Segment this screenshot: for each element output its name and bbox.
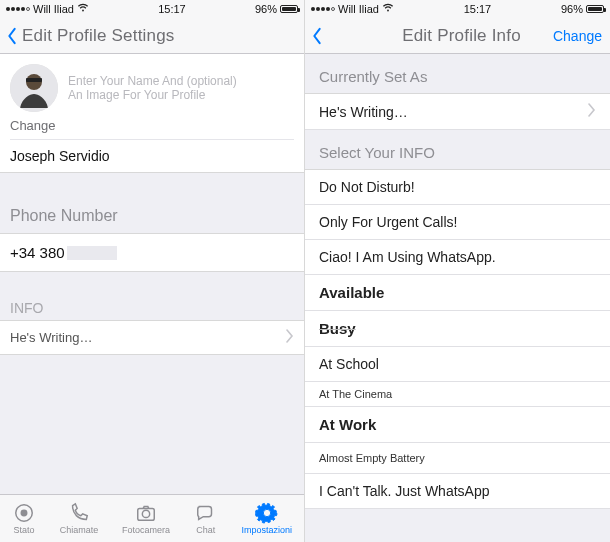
chat-icon bbox=[194, 502, 218, 524]
change-button[interactable]: Change bbox=[553, 28, 602, 44]
phone-icon bbox=[67, 502, 91, 524]
signal-icon bbox=[6, 7, 30, 11]
info-option[interactable]: Available bbox=[305, 275, 610, 311]
gear-icon bbox=[255, 502, 279, 524]
info-section-label: INFO bbox=[0, 296, 304, 320]
carrier-label: Will Iliad bbox=[33, 3, 74, 15]
info-option[interactable]: At The Cinema bbox=[305, 382, 610, 407]
svg-point-6 bbox=[142, 510, 149, 517]
phone-section-label: Phone Number bbox=[0, 197, 304, 233]
tab-chat[interactable]: Chat bbox=[194, 502, 218, 535]
name-field[interactable]: Joseph Servidio bbox=[10, 139, 294, 164]
info-option[interactable]: At School bbox=[305, 347, 610, 382]
profile-block: Enter Your Name And (optional) An Image … bbox=[0, 54, 304, 173]
battery-icon bbox=[280, 5, 298, 13]
info-option[interactable]: Ciao! I Am Using WhatsApp. bbox=[305, 240, 610, 275]
info-option[interactable]: At Work bbox=[305, 407, 610, 443]
phone-value: +34 380 bbox=[10, 244, 65, 261]
info-option[interactable]: Busy bbox=[305, 311, 610, 347]
status-icon bbox=[12, 502, 36, 524]
tab-stato[interactable]: Stato bbox=[12, 502, 36, 535]
profile-placeholder: Enter Your Name And (optional) An Image … bbox=[68, 74, 237, 102]
info-option[interactable]: I Can't Talk. Just WhatsApp bbox=[305, 474, 610, 509]
signal-icon bbox=[311, 7, 335, 11]
status-bar: Will Iliad 15:17 96% bbox=[0, 0, 304, 18]
nav-title: Edit Profile Settings bbox=[22, 26, 175, 46]
chevron-right-icon bbox=[588, 103, 596, 120]
status-bar: Will Iliad 15:17 96% bbox=[305, 0, 610, 18]
camera-icon bbox=[134, 502, 158, 524]
battery-icon bbox=[586, 5, 604, 13]
navbar: Edit Profile Info Change bbox=[305, 18, 610, 54]
change-photo-link[interactable]: Change bbox=[10, 118, 294, 133]
time-label: 15:17 bbox=[464, 3, 492, 15]
tab-fotocamera[interactable]: Fotocamera bbox=[122, 502, 170, 535]
right-screen: Will Iliad 15:17 96% Edit Profile Info C… bbox=[305, 0, 610, 542]
current-info-row[interactable]: He's Writing… bbox=[305, 94, 610, 130]
svg-rect-2 bbox=[26, 78, 42, 82]
svg-point-4 bbox=[21, 510, 27, 516]
carrier-label: Will Iliad bbox=[338, 3, 379, 15]
select-header: Select Your INFO bbox=[305, 130, 610, 170]
tab-chiamate[interactable]: Chiamate bbox=[60, 502, 99, 535]
chevron-left-icon bbox=[6, 27, 18, 45]
tab-impostazioni[interactable]: Impostazioni bbox=[242, 502, 293, 535]
tab-bar: Stato Chiamate Fotocamera Chat Impostazi… bbox=[0, 494, 304, 542]
phone-redacted bbox=[67, 246, 117, 260]
avatar[interactable] bbox=[10, 64, 58, 112]
chevron-right-icon bbox=[286, 329, 294, 346]
back-button[interactable] bbox=[6, 27, 18, 45]
battery-percent: 96% bbox=[255, 3, 277, 15]
back-button[interactable] bbox=[311, 27, 323, 45]
info-option[interactable]: Almost Empty Battery bbox=[305, 443, 610, 474]
time-label: 15:17 bbox=[158, 3, 186, 15]
wifi-icon bbox=[382, 3, 394, 15]
wifi-icon bbox=[77, 3, 89, 15]
nav-title: Edit Profile Info bbox=[402, 26, 521, 46]
chevron-left-icon bbox=[311, 27, 323, 45]
info-row[interactable]: He's Writing… bbox=[0, 320, 304, 355]
left-screen: Will Iliad 15:17 96% Edit Profile Settin… bbox=[0, 0, 305, 542]
info-option[interactable]: Only For Urgent Calls! bbox=[305, 205, 610, 240]
battery-percent: 96% bbox=[561, 3, 583, 15]
current-info-value: He's Writing… bbox=[319, 104, 408, 120]
current-header: Currently Set As bbox=[305, 54, 610, 94]
phone-row[interactable]: +34 380 bbox=[0, 233, 304, 272]
navbar: Edit Profile Settings bbox=[0, 18, 304, 54]
info-value: He's Writing… bbox=[10, 330, 92, 345]
info-option[interactable]: Do Not Disturb! bbox=[305, 170, 610, 205]
